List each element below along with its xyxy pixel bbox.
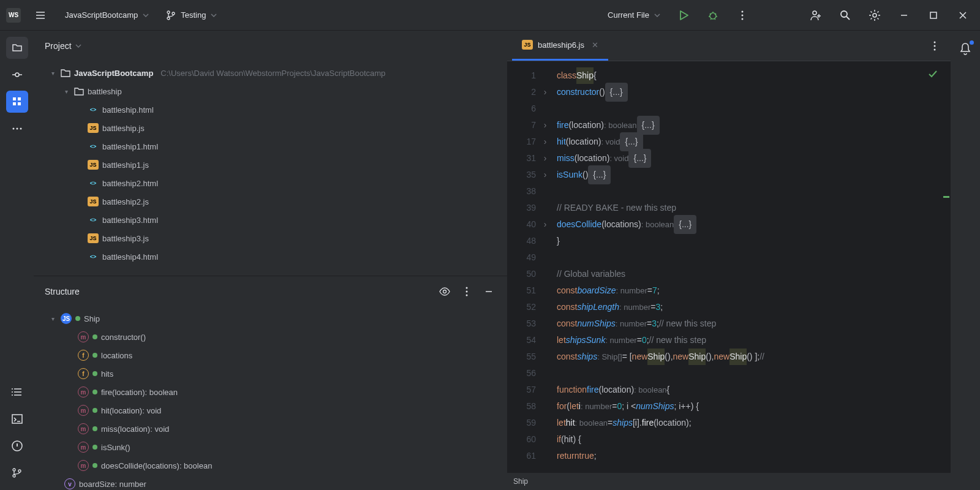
project-dropdown[interactable]: JavaScriptBootcamp [60,8,154,22]
tree-file[interactable]: <>battleship3.html [34,211,507,229]
more-tools-button[interactable] [6,118,28,140]
todo-tool-button[interactable] [6,381,28,403]
js-file-icon: JS [88,123,99,133]
tab-more-button[interactable] [924,35,946,57]
bug-icon [707,10,718,21]
code-with-me-button[interactable] [805,4,827,26]
struct-member[interactable]: mdoesCollide(locations): boolean [34,456,507,475]
js-file-icon: JS [88,197,99,206]
tree-folder[interactable]: ▾battleship [34,82,507,100]
project-panel-title[interactable]: Project [45,41,81,51]
breadcrumb-item[interactable]: Ship [513,477,528,486]
left-tool-rail [0,31,34,490]
tree-file[interactable]: JSbattleship1.js [34,156,507,174]
svg-point-6 [742,18,744,20]
project-tool-button[interactable] [6,37,28,59]
svg-point-29 [466,291,468,293]
maximize-button[interactable] [922,4,944,26]
svg-point-33 [934,48,936,50]
fold-column[interactable]: ›››››› [541,61,549,473]
visibility-dot-icon [92,334,97,339]
minimize-button[interactable] [893,4,915,26]
chevron-down-icon [143,13,149,17]
dots-icon [12,127,22,130]
code-content[interactable]: class Ship { constructor() {...} fire(lo… [549,61,951,473]
struct-member[interactable]: flocations [34,346,507,364]
terminal-tool-button[interactable] [6,408,28,430]
struct-member[interactable]: mhit(location): void [34,401,507,420]
svg-rect-13 [18,97,21,100]
editor-tab[interactable]: JS battleship6.js ✕ [512,31,608,61]
kebab-icon [933,41,936,51]
structure-panel-header: Structure [34,276,507,307]
tree-file[interactable]: <>battleship.html [34,100,507,119]
code-editor[interactable]: 1267173135383940484950515253545556575859… [507,61,951,473]
notifications-button[interactable] [954,38,976,60]
struct-member[interactable]: mmiss(location): void [34,420,507,438]
more-actions-button[interactable] [731,4,753,26]
field-icon: f [78,368,89,379]
kebab-icon [466,287,468,296]
play-icon [678,10,689,21]
git-branch-icon [166,10,176,20]
tree-file[interactable]: <>battleship2.html [34,174,507,192]
tab-bar-actions [924,35,946,57]
tab-close-button[interactable]: ✕ [592,40,598,50]
gutter: 1267173135383940484950515253545556575859… [507,61,541,473]
inspection-ok-icon[interactable] [927,69,938,80]
app-icon: WS [6,8,21,23]
close-window-button[interactable] [952,4,974,26]
svg-point-27 [443,290,447,293]
visibility-dot-icon [92,463,97,468]
tree-file[interactable]: <>battleship4.html [34,247,507,266]
svg-point-17 [16,128,18,130]
hamburger-menu[interactable] [28,3,53,28]
struct-class[interactable]: ▾JSShip [34,309,507,328]
tree-root[interactable]: ▾JavaScriptBootcampC:\Users\David Watson… [34,64,507,82]
struct-member[interactable]: fhits [34,364,507,383]
structure-more-button[interactable] [459,284,474,299]
settings-button[interactable] [864,4,886,26]
struct-member[interactable]: misSunk() [34,438,507,456]
structure-visibility-button[interactable] [437,284,452,299]
menu-icon [35,10,46,21]
class-icon: JS [61,313,72,324]
sidebar: Project ▾JavaScriptBootcampC:\Users\Davi… [34,31,507,490]
structure-tool-button[interactable] [6,91,28,113]
editor-area: JS battleship6.js ✕ 12671731353839404849… [507,31,951,490]
run-config-dropdown[interactable]: Current File [603,8,665,22]
tree-file[interactable]: JSbattleship.js [34,119,507,137]
struct-member[interactable]: mconstructor() [34,328,507,346]
svg-point-16 [12,128,14,130]
js-file-icon: JS [88,233,99,243]
problems-tool-button[interactable] [6,435,28,457]
debug-button[interactable] [702,4,724,26]
commit-tool-button[interactable] [6,64,28,86]
visibility-dot-icon [92,371,97,376]
run-config-label: Current File [608,10,649,20]
right-tool-rail [951,31,980,490]
svg-point-4 [742,10,744,12]
tree-file[interactable]: JSbattleship3.js [34,229,507,247]
svg-point-28 [466,287,468,289]
git-tool-button[interactable] [6,462,28,484]
svg-point-2 [172,12,175,15]
structure-minimize-button[interactable] [481,284,496,299]
structure-tree[interactable]: ▾JSShipmconstructor()flocationsfhitsmfir… [34,307,507,490]
svg-rect-14 [13,102,16,105]
tree-file[interactable]: <>battleship1.html [34,137,507,156]
project-tree[interactable]: ▾JavaScriptBootcampC:\Users\David Watson… [34,61,507,276]
method-icon: m [78,331,89,342]
html-file-icon: <> [88,252,99,262]
branch-dropdown[interactable]: Testing [161,8,222,23]
svg-point-31 [934,41,936,43]
struct-global[interactable]: vboardSize: number [34,475,507,490]
search-button[interactable] [834,4,856,26]
minimize-icon [900,11,908,20]
visibility-dot-icon [92,390,97,394]
run-button[interactable] [673,4,695,26]
tree-file[interactable]: JSbattleship2.js [34,192,507,211]
terminal-icon [12,413,23,424]
struct-member[interactable]: mfire(location): boolean [34,383,507,401]
svg-point-20 [12,391,13,393]
